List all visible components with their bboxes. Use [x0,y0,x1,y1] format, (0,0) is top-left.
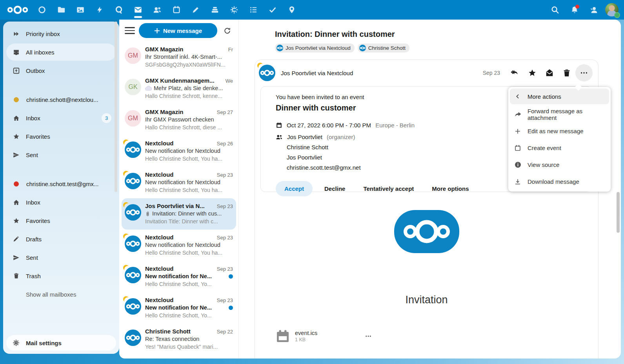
message-list-item-unread[interactable]: NextcloudSep 23 New notification for Ne.… [122,292,236,324]
menu-toggle-icon[interactable] [125,25,135,36]
message-list-item[interactable]: GM GMX MagazinSep 27 Ihr GMX Passwort ch… [122,104,236,136]
notifications-bell-icon[interactable] [566,0,583,20]
menu-item-label: Create event [528,145,561,151]
topbar-right [546,0,619,20]
sidebar-account-gmx[interactable]: christine.schott.test@gmx... [6,175,116,192]
list-scrollbar[interactable] [115,22,117,192]
attachment-more-button[interactable] [362,330,374,342]
message-date: Sep 23 [217,235,233,241]
message-list-item-selected[interactable]: Jos Poortvliet via N...Sep 23 Invitation… [122,198,236,230]
event-timezone: Europe - Berlin [375,122,415,129]
done-check-icon[interactable] [263,0,282,20]
notes-icon[interactable] [186,0,205,20]
recipient-chip[interactable]: Jos Poortvliet via Nextcloud [275,43,355,53]
message-list-item[interactable]: NextcloudSep 23 New notification for Nex… [122,167,236,198]
sidebar-account-nextcloud[interactable]: christine.schott@nextclou... [6,91,116,108]
collectives-icon[interactable] [224,0,244,20]
calendar-icon[interactable] [167,0,186,20]
moon-badge-icon [257,63,263,69]
sidebar-item-all-inboxes[interactable]: All inboxes [6,43,116,61]
menu-item-view-source[interactable]: View source [508,156,611,173]
message-preview: Hello Christine Schott, Yo... [145,281,233,287]
files-icon[interactable] [51,0,71,20]
attachment-row[interactable]: event.ics 1 KB [275,329,598,344]
accept-button[interactable]: Accept [276,181,313,196]
refresh-icon[interactable] [221,25,233,36]
talk-icon[interactable] [109,0,128,20]
dashboard-icon[interactable] [32,0,51,20]
sidebar-item-label: Inbox [26,115,40,121]
mail-settings-button[interactable]: Mail settings [6,335,116,351]
ics-file-icon [275,329,290,344]
sidebar-item-outbox[interactable]: Outbox [6,62,116,79]
message-preview: Hello Christine Schott, Yo... [145,312,233,319]
star-icon [13,133,20,140]
menu-item-download-message[interactable]: Download message [508,173,611,190]
user-avatar[interactable] [605,3,619,16]
photos-icon[interactable] [71,0,90,20]
new-message-button[interactable]: New message [139,23,217,38]
tentatively-accept-button[interactable]: Tentatively accept [357,181,420,196]
sidebar-item-inbox-1[interactable]: Inbox 3 [6,109,116,127]
message-list-item[interactable]: GK GMX Kundenmanagem...We Mehr Platz, al… [122,73,236,104]
message-list-item[interactable]: GM GMX MagazinFr Ihr Stromtarif inkl. 4K… [122,42,236,73]
message-list-item[interactable]: NextcloudSep 26 New notification for Nex… [122,136,236,167]
moon-badge-icon [123,234,129,239]
contacts-icon[interactable] [147,0,167,20]
message-subject: New notification for Nextcloud [145,148,233,154]
more-options-button[interactable]: More options [426,181,475,196]
message-sender: Nextcloud [145,171,214,178]
sidebar-item-favorites-2[interactable]: Favorites [6,212,116,229]
message-list-item-unread[interactable]: NextcloudSep 23 New notification for Ne.… [122,261,236,292]
sidebar-item-favorites-1[interactable]: Favorites [6,128,116,145]
tasks-icon[interactable] [244,0,263,20]
notification-dot [575,5,579,9]
message-sender: GMX Magazin [145,109,214,115]
home-icon [13,199,20,206]
maps-icon[interactable] [282,0,301,20]
favorite-star-button[interactable] [524,64,541,81]
message-subject: New notification for Nextcloud [145,179,233,185]
message-header: Jos Poortvliet via Nextcloud Sep 23 [255,60,598,85]
main-scrollbar[interactable] [617,192,620,233]
message-preview: Hello Christine Schott, You ha... [145,187,233,193]
delete-button[interactable] [558,64,575,81]
message-list-item[interactable]: Christine SchottSep 22 Re: Texas connect… [122,324,236,355]
menu-item-create-event[interactable]: Create event [508,139,611,156]
sidebar-item-trash[interactable]: Trash [6,267,116,284]
message-date: Sep 27 [217,109,233,115]
message-list-item[interactable]: NextcloudSep 23 New notification for Nex… [122,230,236,261]
more-actions-button[interactable] [575,64,593,81]
contacts-menu-icon[interactable] [586,0,603,20]
message-list: New message GM GMX MagazinFr Ihr Stromta… [119,20,238,359]
message-subject: New notification for Ne... [145,273,233,279]
download-icon [514,178,522,186]
search-icon[interactable] [546,0,564,20]
message-sender: Nextcloud [145,140,214,147]
nextcloud-logo[interactable] [3,0,32,20]
avatar-nextcloud [125,267,141,283]
menu-item-more-actions[interactable]: More actions [510,89,609,104]
mail-sidebar: Priority inbox All inboxes Outbox christ… [3,22,119,354]
mark-unread-button[interactable] [541,64,558,81]
recipient-chip[interactable]: Christine Schott [358,43,409,53]
avatar-nextcloud [125,204,141,221]
decline-button[interactable]: Decline [318,181,351,196]
sidebar-item-priority-inbox[interactable]: Priority inbox [6,25,116,42]
deck-icon[interactable] [205,0,224,20]
sidebar-item-drafts[interactable]: Drafts [6,230,116,248]
activity-icon[interactable] [90,0,109,20]
avatar-nextcloud [259,65,275,81]
reply-all-button[interactable] [506,64,524,81]
list-toolbar: New message [119,20,238,42]
sidebar-show-all-mailboxes[interactable]: Show all mailboxes [6,286,116,303]
sidebar-item-sent-1[interactable]: Sent [6,146,116,163]
sidebar-item-sent-2[interactable]: Sent [6,249,116,266]
menu-item-edit-as-new[interactable]: Edit as new message [508,123,611,139]
sidebar-item-inbox-2[interactable]: Inbox [6,194,116,211]
calendar-icon [514,144,522,152]
invitation-heading: Invitation [255,294,598,306]
mail-icon[interactable] [128,0,147,20]
avatar-initials: GM [125,47,141,64]
menu-item-forward-attachment[interactable]: Forward message as attachment [508,106,611,123]
